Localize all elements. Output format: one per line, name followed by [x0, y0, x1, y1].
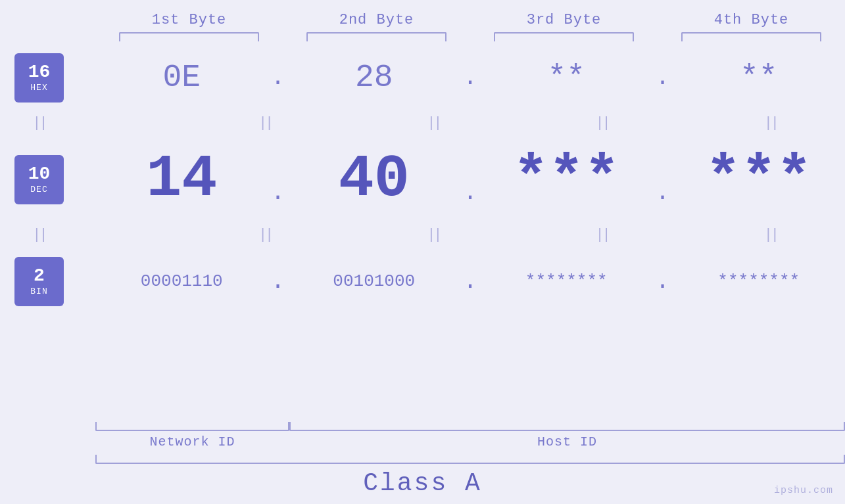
hex-byte3-cell: **	[480, 60, 653, 95]
bin-byte2-cell: 00101000	[288, 271, 461, 291]
hex-byte1-cell: 0E	[95, 60, 268, 95]
bin-dot3: .	[653, 268, 673, 295]
eq-icon-2-1: ||	[258, 228, 272, 242]
dec-byte1-value: 14	[146, 146, 217, 213]
bottom-bracket-nethost	[0, 422, 845, 431]
bracket-cell-2	[283, 32, 470, 41]
bracket-cell-1	[95, 32, 283, 41]
dec-badge-number: 10	[28, 164, 51, 185]
dec-dot1: .	[268, 179, 288, 206]
eq-sign-2: ||	[32, 228, 45, 242]
class-label: Class A	[363, 469, 482, 497]
full-bottom-bracket-row	[0, 455, 845, 464]
bin-badge: 2 BIN	[14, 257, 64, 306]
eq-cell-1-2: ||	[359, 114, 508, 133]
hex-byte2-value: 28	[355, 60, 393, 95]
dec-byte1-cell: 14	[95, 146, 268, 213]
bin-byte4-value: ********	[717, 271, 800, 291]
bin-byte3-value: ********	[525, 271, 608, 291]
eq-cell-2-4: ||	[696, 225, 845, 245]
net-host-labels: Network ID Host ID	[0, 434, 845, 449]
main-container: 1st Byte 2nd Byte 3rd Byte 4th Byte 16 H…	[0, 0, 845, 504]
bin-byte2-value: 00101000	[333, 271, 415, 291]
dec-dot3: .	[653, 179, 673, 206]
hex-dot1: .	[268, 64, 288, 91]
equals-row-1: || || || ||	[95, 114, 845, 133]
eq-icon-1-4: ||	[764, 116, 777, 131]
eq-sign-1: ||	[32, 116, 45, 131]
bracket-2	[306, 32, 447, 41]
bracket-1	[119, 32, 260, 41]
eq-icon-1-1: ||	[258, 116, 272, 131]
hex-byte1-value: 0E	[162, 60, 201, 95]
eq-cell-2-3: ||	[528, 225, 677, 245]
bracket-cell-4	[658, 32, 845, 41]
host-id-bracket	[289, 422, 845, 431]
bracket-4	[681, 32, 822, 41]
dec-dot2: .	[460, 179, 480, 206]
dec-byte2-value: 40	[339, 146, 410, 213]
hex-byte4-cell: **	[673, 60, 846, 95]
bracket-3	[494, 32, 635, 41]
watermark: ipshu.com	[774, 485, 833, 496]
eq-cell-2-2: ||	[359, 225, 508, 245]
hex-dot2: .	[460, 64, 480, 91]
dec-byte3-value: ***	[513, 146, 619, 213]
dec-badge: 10 DEC	[14, 155, 64, 204]
eq-icon-2-4: ||	[764, 228, 777, 242]
rows-wrapper: 0E . 28 . ** . ** ||	[0, 41, 845, 421]
bin-dot2: .	[460, 268, 480, 295]
byte4-header: 4th Byte	[658, 12, 845, 28]
byte-headers: 1st Byte 2nd Byte 3rd Byte 4th Byte	[0, 12, 845, 28]
eq-cell-2-1: ||	[191, 225, 339, 245]
dec-byte4-cell: ***	[673, 146, 846, 213]
class-label-row: Class A	[0, 469, 845, 497]
full-bottom-bracket	[95, 455, 845, 464]
bin-byte1-value: 00001110	[141, 271, 223, 291]
eq-icon-1-3: ||	[595, 116, 608, 131]
eq-cell-1-3: ||	[528, 114, 677, 133]
bracket-cell-3	[470, 32, 658, 41]
bin-badge-number: 2	[34, 266, 45, 286]
byte3-header: 3rd Byte	[470, 12, 658, 28]
hex-badge-number: 16	[28, 62, 51, 83]
hex-byte4-value: **	[740, 60, 778, 95]
dec-badge-label: DEC	[30, 185, 47, 195]
hex-badge-label: HEX	[30, 83, 47, 93]
byte2-header: 2nd Byte	[283, 12, 470, 28]
eq-icon-2-2: ||	[427, 228, 440, 242]
eq-cell-1-4: ||	[696, 114, 845, 133]
dec-byte4-value: ***	[706, 146, 812, 213]
hex-byte3-value: **	[547, 60, 585, 95]
badges-column: 16 HEX || 10 DEC || 2 BIN	[14, 41, 64, 317]
dec-byte2-cell: 40	[288, 146, 461, 213]
network-id-bracket	[95, 422, 289, 431]
equals-row-2: || || || ||	[95, 225, 845, 245]
hex-row: 0E . 28 . ** . **	[95, 41, 845, 114]
network-id-label: Network ID	[95, 434, 289, 449]
eq-icon-2-3: ||	[595, 228, 608, 242]
dec-byte3-cell: ***	[480, 146, 653, 213]
bin-badge-label: BIN	[30, 286, 47, 296]
byte1-header: 1st Byte	[95, 12, 283, 28]
bin-byte4-cell: ********	[673, 271, 846, 291]
eq-cell-1-1: ||	[191, 114, 339, 133]
host-id-label: Host ID	[289, 434, 845, 449]
hex-byte2-cell: 28	[288, 60, 461, 95]
top-bracket-row	[0, 32, 845, 41]
dec-row: 14 . 40 . *** . ***	[95, 133, 845, 225]
bin-row: 00001110 . 00101000 . ******** . *******…	[95, 245, 845, 317]
hex-badge: 16 HEX	[14, 53, 64, 103]
bin-byte1-cell: 00001110	[95, 271, 268, 291]
bin-dot1: .	[268, 268, 288, 295]
hex-dot3: .	[653, 64, 673, 91]
eq-icon-1-2: ||	[427, 116, 440, 131]
bin-byte3-cell: ********	[480, 271, 653, 291]
